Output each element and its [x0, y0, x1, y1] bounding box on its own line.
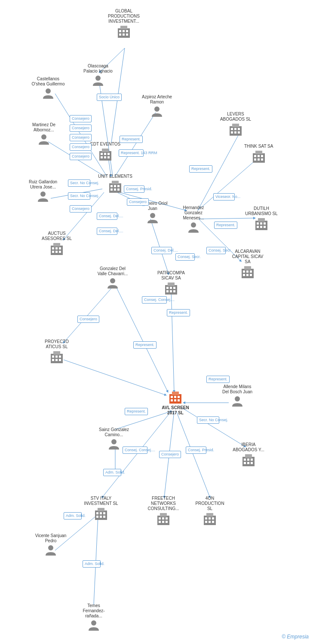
node-think-sat[interactable]: THINK SAT SA	[244, 144, 273, 164]
svg-rect-157	[209, 521, 211, 523]
svg-rect-77	[255, 151, 262, 154]
node-levers[interactable]: LEVERS ABOGADOS SL	[218, 112, 253, 137]
badge-represent-4[interactable]: Represent.	[206, 376, 230, 383]
svg-rect-110	[53, 351, 60, 355]
svg-point-126	[111, 439, 117, 444]
node-patricompa[interactable]: PATRICOMPA SICAV SA	[154, 270, 188, 296]
badge-consej-del-1[interactable]: Consej. Del....	[97, 213, 117, 220]
node-freetech[interactable]: FREETECH NETWORKS CONSULTING...	[146, 496, 181, 527]
node-azpiroz[interactable]: Azpiroz Arteche Ramon	[140, 94, 174, 118]
badge-consejero-3[interactable]: Consejero	[70, 134, 92, 141]
svg-point-160	[91, 620, 96, 626]
badge-consej-del-2[interactable]: Consej. Del....	[97, 228, 117, 235]
node-4on-production[interactable]: 4ON PRODUCTION SL	[193, 496, 227, 527]
graph-container: GLOBAL PRODUCTIONS INVESTMENT... Olascoa…	[0, 0, 313, 644]
badge-secr-no-consej-2[interactable]: Secr. No Consej.	[68, 192, 90, 200]
badge-socio-unico[interactable]: Socio Único	[97, 94, 122, 101]
svg-rect-33	[126, 30, 128, 32]
company-icon-iberia	[241, 453, 256, 468]
svg-rect-95	[166, 287, 169, 289]
badge-secr-no-consej-1[interactable]: Secr. No Consej.	[68, 179, 90, 187]
svg-rect-133	[247, 462, 249, 464]
svg-rect-76	[253, 153, 265, 163]
svg-rect-46	[101, 156, 103, 158]
badge-represent-1[interactable]: Represent.	[120, 136, 143, 143]
badge-represent-levers[interactable]: Represent.	[189, 165, 212, 173]
badge-consejero-8[interactable]: Consejero	[77, 316, 99, 323]
svg-rect-140	[96, 516, 98, 518]
badge-represent-3[interactable]: Represent.	[133, 341, 156, 349]
badge-consej-del-3[interactable]: Consej. Del....	[151, 247, 172, 254]
badge-consej-presid-1[interactable]: Consej. Presid.	[124, 185, 144, 193]
node-proyecto-aticus[interactable]: PROYECTO ATICUS SL	[40, 339, 74, 365]
badge-consejero-7[interactable]: Consejero	[127, 198, 149, 206]
svg-rect-121	[178, 396, 180, 398]
node-vicente[interactable]: Vicente Sanjuan Pedro	[34, 533, 68, 557]
badge-secr-no-consej-3[interactable]: Secr. No Consej.	[197, 416, 219, 424]
badge-consejero-1[interactable]: Consejero	[70, 115, 92, 122]
svg-line-4	[115, 112, 156, 176]
svg-rect-67	[59, 251, 61, 253]
svg-rect-112	[55, 355, 58, 358]
node-martinez[interactable]: Martinez De Albornoz...	[27, 122, 61, 146]
badge-consej-consej-2[interactable]: Consej. Consej....	[123, 447, 147, 454]
node-global-productions[interactable]: GLOBAL PRODUCTIONS INVESTMENT...	[107, 9, 141, 39]
svg-rect-152	[206, 513, 213, 516]
badge-consejero-9[interactable]: Consejero	[159, 451, 181, 458]
node-ruiz-gallardon[interactable]: Ruiz Gallardon Utrera Jose...	[26, 179, 60, 204]
svg-rect-48	[107, 156, 110, 158]
svg-rect-99	[170, 290, 172, 292]
svg-rect-68	[230, 126, 242, 136]
svg-rect-32	[123, 30, 125, 32]
badge-consej-presid-2[interactable]: Consej. Presid.	[186, 447, 206, 454]
svg-rect-78	[254, 155, 256, 157]
badge-represent-2[interactable]: Represent.	[167, 309, 190, 316]
svg-rect-35	[123, 33, 125, 36]
svg-rect-109	[51, 354, 63, 363]
svg-rect-151	[204, 516, 216, 525]
node-edt-eventos[interactable]: EDT EVENTOS	[90, 142, 120, 162]
node-auctus[interactable]: AUCTUS ASESORES SL	[40, 231, 74, 257]
badge-represent-dutilh[interactable]: Represent.	[214, 222, 237, 229]
company-icon-patricompa	[163, 281, 179, 296]
node-avl-screen[interactable]: AVL SCREEN 2017 SL	[158, 390, 193, 416]
svg-rect-107	[246, 274, 249, 276]
node-dutilh[interactable]: DUTILH URBANISMO SL	[244, 206, 279, 232]
node-alcaravan[interactable]: ALCARAVAN CAPITAL SICAV SA	[230, 249, 265, 280]
badge-consej-secr-1[interactable]: Consej. Secr.	[175, 253, 195, 261]
badge-represent-143[interactable]: Represent. 143 RRM	[119, 149, 144, 157]
svg-rect-44	[104, 153, 106, 155]
svg-rect-41	[99, 151, 111, 161]
badge-consejero-2[interactable]: Consejero	[70, 125, 92, 132]
node-castellanos[interactable]: Castellanos O'shea Guillermo	[31, 76, 65, 100]
badge-adm-solid-3[interactable]: Adm. Solid.	[83, 560, 101, 568]
node-allende[interactable]: Allende Milans Del Bosch Juan	[220, 384, 255, 408]
node-hernandez[interactable]: Hernandez Gonzalez Meneses...	[176, 205, 211, 234]
svg-rect-142	[103, 516, 105, 518]
badge-consej-consej-1[interactable]: Consej. Consej....	[142, 296, 167, 304]
badge-consejero-6[interactable]: Consejero	[70, 205, 92, 213]
svg-rect-128	[245, 454, 252, 458]
badge-represent-5[interactable]: Represent.	[125, 408, 148, 415]
node-gonzalez-del-valle[interactable]: Gonzalez Del Valle Chavarri...	[95, 266, 130, 290]
svg-rect-130	[247, 459, 249, 461]
badge-viceseor-no[interactable]: Viceseor. No...	[213, 193, 235, 200]
node-temes[interactable]: Temes Fernandez-rañada...	[77, 603, 111, 632]
node-olascoaga[interactable]: Olascoaga Palacio Ignacio	[81, 64, 115, 88]
svg-rect-62	[52, 247, 54, 249]
badge-adm-solid-2[interactable]: Adm. Solid.	[64, 512, 82, 519]
svg-rect-60	[51, 246, 63, 255]
svg-rect-105	[250, 270, 252, 273]
company-icon-edt	[98, 147, 113, 162]
person-icon-castellanos	[41, 87, 55, 100]
badge-adm-solid-1[interactable]: Adm. Solid.	[103, 469, 121, 476]
badge-consejero-5[interactable]: Consejero	[70, 153, 92, 160]
svg-rect-89	[257, 226, 259, 228]
svg-rect-80	[261, 155, 263, 157]
node-iberia[interactable]: IBERIA ABOGADOS Y...	[231, 442, 266, 468]
svg-line-17	[171, 290, 174, 392]
badge-consej-secr-2[interactable]: Consej. Secr.	[206, 247, 226, 254]
svg-rect-47	[104, 156, 106, 158]
node-stv-italy[interactable]: STV ITALY INVESTMENT SL	[84, 496, 118, 522]
badge-consejero-4[interactable]: Consejero	[70, 143, 92, 151]
